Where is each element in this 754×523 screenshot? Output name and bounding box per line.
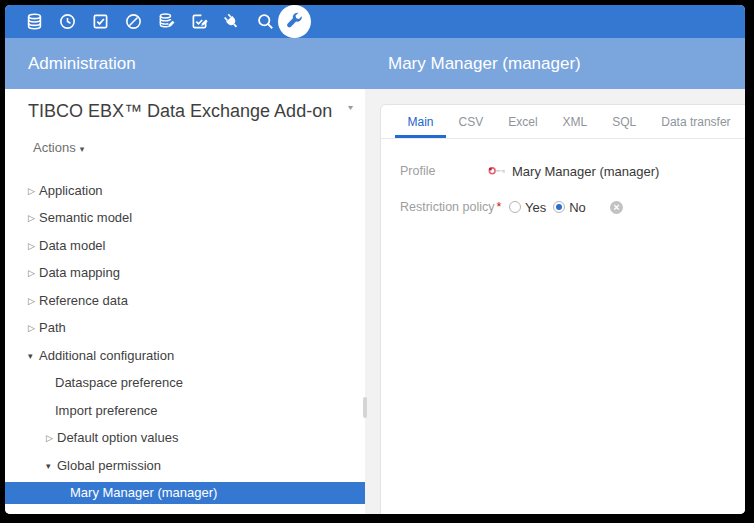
tab-sql[interactable]: SQL: [600, 105, 649, 138]
tree-item-reference-data[interactable]: ▷Reference data: [5, 290, 365, 312]
tab-xml[interactable]: XML: [550, 105, 600, 138]
tree-item-application[interactable]: ▷Application: [5, 180, 365, 202]
radio-no-label[interactable]: No: [569, 200, 586, 215]
radio-yes[interactable]: [509, 201, 521, 213]
tab-bar: MainCSVExcelXMLSQLData transfer: [381, 105, 745, 139]
tree-item-label: Data mapping: [39, 265, 120, 280]
tree-item-default-option-values[interactable]: ▷Default option values: [5, 427, 365, 449]
required-marker: *: [496, 200, 501, 214]
tree-item-label: Default option values: [57, 430, 178, 445]
profile-label: Profile: [400, 164, 487, 178]
actions-caret-icon: ▾: [80, 144, 85, 154]
tree-item-label: Reference data: [39, 293, 128, 308]
tree-item-path[interactable]: ▷Path: [5, 317, 365, 339]
tree-item-global-permission[interactable]: ▾Global permission: [5, 455, 365, 477]
form-edit-icon[interactable]: [188, 5, 210, 38]
app-window: Administration Mary Manager (manager) TI…: [5, 5, 745, 514]
caret-collapsed-icon[interactable]: ▷: [28, 207, 39, 229]
actions-menu-button[interactable]: Actions▾: [33, 140, 84, 155]
restriction-policy-row: Restriction policy* Yes No ×: [381, 196, 745, 218]
tree-item-label: Semantic model: [39, 210, 132, 225]
tree-item-import-preference[interactable]: Import preference: [5, 400, 365, 422]
clock-icon[interactable]: [56, 5, 78, 38]
tree-item-label: Import preference: [55, 403, 158, 418]
navigation-tree: ▷Application▷Semantic model▷Data model▷D…: [5, 180, 365, 510]
profile-value: Mary Manager (manager): [512, 164, 659, 179]
addon-title: TIBCO EBX™ Data Exchange Add-on: [28, 101, 332, 122]
header-band: Administration Mary Manager (manager): [5, 38, 745, 89]
tree-item-semantic-model[interactable]: ▷Semantic model: [5, 207, 365, 229]
tree-item-mary-manager-manager[interactable]: Mary Manager (manager): [5, 482, 365, 504]
tree-item-dataspace-preference[interactable]: Dataspace preference: [5, 372, 365, 394]
task-check-icon[interactable]: [89, 5, 111, 38]
top-toolbar: [5, 5, 745, 38]
addon-title-caret-icon[interactable]: ▾: [348, 103, 353, 112]
caret-expanded-icon[interactable]: ▾: [46, 455, 57, 477]
caret-expanded-icon[interactable]: ▾: [28, 345, 39, 367]
key-icon: [487, 164, 507, 178]
tab-main[interactable]: Main: [395, 105, 446, 138]
caret-collapsed-icon[interactable]: ▷: [28, 180, 39, 202]
content-region: MainCSVExcelXMLSQLData transfer Profile …: [380, 89, 745, 514]
tree-item-data-mapping[interactable]: ▷Data mapping: [5, 262, 365, 284]
tree-item-label: Additional configuration: [39, 348, 174, 363]
caret-collapsed-icon[interactable]: ▷: [28, 262, 39, 284]
profile-row: Profile Mary Manager (manager): [381, 160, 745, 182]
left-panel-title-header: Administration: [28, 54, 136, 74]
tree-item-label: Global permission: [57, 458, 161, 473]
tree-item-label: Dataspace preference: [55, 375, 183, 390]
plug-icon[interactable]: [221, 5, 243, 38]
dashboard-slash-icon[interactable]: [122, 5, 144, 38]
caret-collapsed-icon[interactable]: ▷: [28, 290, 39, 312]
tree-item-label: Application: [39, 183, 103, 198]
tab-excel[interactable]: Excel: [496, 105, 550, 138]
tree-item-data-model[interactable]: ▷Data model: [5, 235, 365, 257]
caret-collapsed-icon[interactable]: ▷: [28, 235, 39, 257]
tab-csv[interactable]: CSV: [446, 105, 496, 138]
tree-item-label: Path: [39, 320, 66, 335]
right-panel-title-header: Mary Manager (manager): [388, 54, 581, 74]
database-icon[interactable]: [23, 5, 45, 38]
scrollbar-track[interactable]: [365, 89, 380, 514]
clear-selection-button[interactable]: ×: [610, 201, 623, 214]
wrench-button[interactable]: [278, 5, 311, 38]
restriction-policy-label: Restriction policy*: [400, 200, 509, 214]
scrollbar-thumb[interactable]: [363, 397, 367, 418]
tree-item-label: Data model: [39, 238, 105, 253]
record-form: Profile Mary Manager (manager) Restrict: [381, 139, 745, 218]
database-edit-icon[interactable]: [155, 5, 177, 38]
tree-item-label: Mary Manager (manager): [70, 485, 217, 500]
content-card: MainCSVExcelXMLSQLData transfer Profile …: [380, 104, 745, 514]
caret-collapsed-icon[interactable]: ▷: [46, 427, 57, 449]
tab-data-transfer[interactable]: Data transfer: [649, 105, 743, 138]
tree-item-additional-configuration[interactable]: ▾Additional configuration: [5, 345, 365, 367]
radio-yes-label[interactable]: Yes: [525, 200, 546, 215]
caret-collapsed-icon[interactable]: ▷: [28, 317, 39, 339]
navigation-panel: TIBCO EBX™ Data Exchange Add-on ▾ Action…: [5, 89, 365, 514]
radio-no[interactable]: [553, 201, 565, 213]
search-icon[interactable]: [254, 5, 276, 38]
